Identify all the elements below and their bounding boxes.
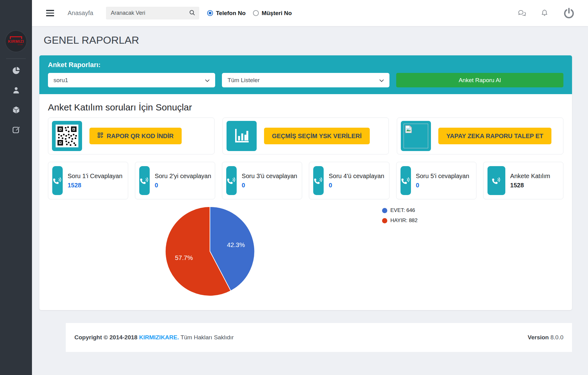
search-input[interactable] [106,10,185,16]
stat-card: Soru 3'ü cevaplayan 0 [222,162,302,199]
radio-selected-icon [207,10,213,16]
bar-chart-icon [227,121,257,151]
legend-item: HAYIR: 882 [382,217,418,224]
pie-chart-legend: EVET: 646HAYIR: 882 [382,207,418,224]
reports-card: Anket Raporları: soru1 Tüm Listeler [39,55,572,310]
power-icon[interactable] [563,7,575,19]
sidebar-item-reports[interactable] [0,61,32,81]
top-navbar: Anasayfa Telefon No Müşteri No [32,0,588,26]
ai-report-button[interactable]: YAPAY ZEKA RAPORU TALEP ET [438,128,551,144]
ai-report-card: YAPAY ZEKA RAPORU TALEP ET [397,118,563,154]
broken-image-frame [404,124,428,148]
phone-volume-icon [487,166,505,195]
stat-info: Soru 2'yi cevaplayan 0 [155,173,211,189]
qr-code-icon [97,132,103,140]
stat-card: Soru 2'yi cevaplayan 0 [135,162,215,199]
get-survey-report-button[interactable]: Anket Raporu Al [396,73,563,87]
question-select[interactable]: soru1 [48,73,215,87]
search-box [106,7,199,19]
legend-dot-icon [382,208,387,213]
broken-image-placeholder [401,121,431,151]
chevron-down-icon [379,77,384,84]
phone-volume-icon [139,166,150,195]
logo-text: KIRMIZI [8,39,24,43]
stat-label: Soru 5'i cevaplayan [416,173,469,180]
chevron-down-icon [205,77,210,84]
list-select[interactable]: Tüm Listeler [222,73,389,87]
ysk-data-label: GEÇMİŞ SEÇİM YSK VERİLERİ [272,133,362,140]
copyright-years: Copyright © 2014-2018 [74,334,137,341]
sidebar-divider [6,58,26,59]
stat-card: Ankete Katılım 1528 [483,162,563,199]
hamburger-menu-icon[interactable] [46,10,54,16]
pie-chart-area: 42.3%57.7% EVET: 646HAYIR: 882 [39,203,572,308]
version-text: Version 8.0.0 [528,334,563,341]
rights-text: Tüm Hakları Saklıdır [180,334,234,341]
nav-link-home[interactable]: Anasayfa [68,10,93,17]
ai-report-label: YAPAY ZEKA RAPORU TALEP ET [446,133,543,140]
stat-value: 1528 [68,182,122,189]
ysk-data-button[interactable]: GEÇMİŞ SEÇİM YSK VERİLERİ [264,128,370,144]
stat-card: Soru 4'ü cevaplayan 0 [309,162,389,199]
stat-label: Ankete Katılım [510,173,550,180]
main-column: Anasayfa Telefon No Müşteri No [32,0,588,375]
stat-value: 0 [242,182,297,189]
stat-label: Soru 4'ü cevaplayan [329,173,384,180]
navbar-right-icons [518,7,575,19]
question-select-value: soru1 [53,77,68,84]
brand-logo[interactable]: KIRMIZI KARE [6,31,26,52]
broken-image-icon [405,125,412,133]
action-cards-row: RAPOR QR KOD İNDİR [39,118,572,154]
ysk-data-card: GEÇMİŞ SEÇİM YSK VERİLERİ [223,118,389,154]
stat-label: Soru 3'ü cevaplayan [242,173,297,180]
radio-telefon-no[interactable]: Telefon No [207,10,246,17]
sidebar-item-packages[interactable] [0,101,32,120]
sidebar-item-users[interactable] [0,81,32,101]
search-button[interactable] [185,7,199,19]
radio-unselected-icon [253,10,259,16]
pie-percent-label: 42.3% [227,241,245,248]
cube-icon [12,106,20,115]
page-content: GENEL RAPORLAR Anket Raporları: soru1 Tü… [32,26,588,352]
stat-value: 0 [416,182,469,189]
chat-icon[interactable] [518,9,526,17]
survey-report-panel: Anket Raporları: soru1 Tüm Listeler [39,55,572,94]
stat-info: Soru 3'ü cevaplayan 0 [242,173,297,189]
search-type-radio-group: Telefon No Müşteri No [207,10,292,17]
download-qr-button[interactable]: RAPOR QR KOD İNDİR [89,128,182,144]
stat-value: 0 [155,182,211,189]
qr-code-image [52,121,82,151]
brand-link[interactable]: KIRMIZIKARE. [139,334,179,341]
stat-info: Soru 5'i cevaplayan 0 [416,173,469,189]
qr-report-card: RAPOR QR KOD İNDİR [48,118,215,154]
legend-item: EVET: 646 [382,207,418,213]
stat-card: Soru 1'i Cevaplayan 1528 [48,162,128,199]
page-title: GENEL RAPORLAR [44,34,588,46]
sidebar: KIRMIZI KARE [0,0,32,375]
sidebar-nav [0,61,32,140]
pie-chart: 42.3%57.7% [163,204,257,298]
download-qr-label: RAPOR QR KOD İNDİR [107,133,174,140]
stat-card: Soru 5'i cevaplayan 0 [396,162,476,199]
bell-icon[interactable] [540,9,549,17]
list-select-value: Tüm Listeler [227,77,260,84]
radio-musteri-no[interactable]: Müşteri No [253,10,292,17]
phone-volume-icon [401,166,411,195]
phone-volume-icon [226,166,237,195]
search-icon [189,9,196,17]
survey-panel-heading: Anket Raporları: [48,61,563,69]
sidebar-item-edit[interactable] [0,120,32,140]
stat-cards-row: Soru 1'i Cevaplayan 1528 Soru 2'yi cevap… [39,162,572,199]
stat-value: 1528 [510,182,550,189]
legend-label: HAYIR: 882 [390,217,418,224]
legend-label: EVET: 646 [390,207,415,213]
stat-info: Ankete Katılım 1528 [510,173,550,189]
footer: Copyright © 2014-2018 KIRMIZIKARE. Tüm H… [66,323,572,352]
logo-bracket [10,36,22,39]
version-value: 8.0.0 [551,334,563,341]
pie-chart-icon [12,66,20,76]
stat-label: Soru 1'i Cevaplayan [68,173,122,180]
stat-value: 0 [329,182,384,189]
phone-volume-icon [52,166,63,195]
user-icon [12,86,20,96]
